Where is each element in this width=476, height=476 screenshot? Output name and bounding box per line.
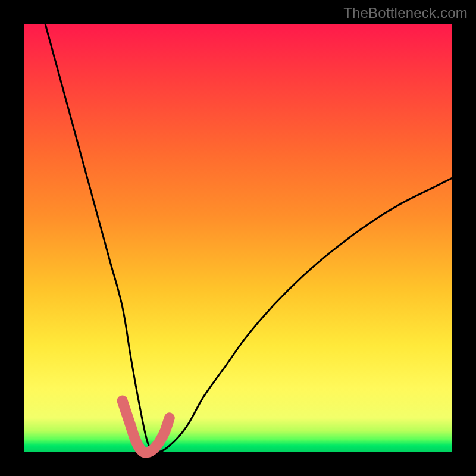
curve-layer: [24, 24, 452, 452]
bottleneck-curve: [45, 24, 452, 452]
chart-frame: TheBottleneck.com: [0, 0, 476, 476]
highlight-band: [123, 401, 170, 453]
watermark-text: TheBottleneck.com: [343, 5, 468, 21]
plot-area: [24, 24, 452, 452]
